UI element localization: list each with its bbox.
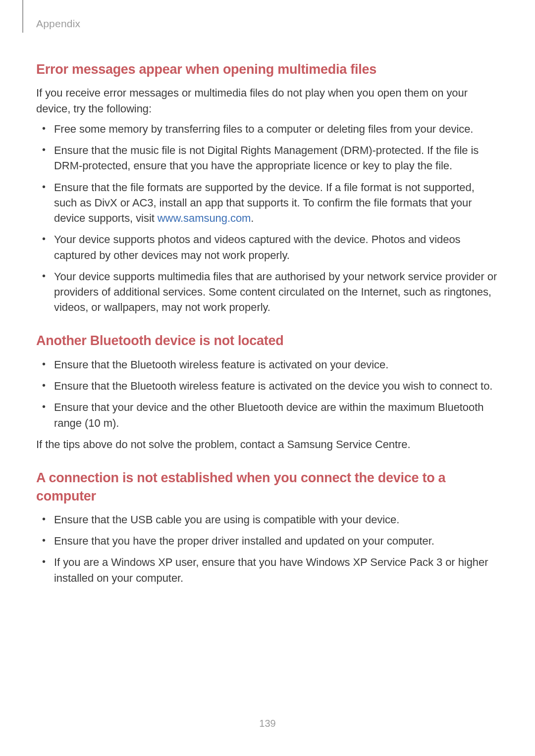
list-item: Your device supports photos and videos c…: [54, 232, 499, 262]
page-header: Appendix: [36, 15, 499, 40]
list-item: Ensure that the Bluetooth wireless featu…: [54, 378, 499, 394]
header-section-label: Appendix: [36, 18, 80, 30]
bullet-list: Free some memory by transferring files t…: [36, 121, 499, 315]
samsung-link[interactable]: www.samsung.com: [158, 212, 251, 224]
section-bluetooth: Another Bluetooth device is not located …: [36, 332, 499, 452]
list-item: Ensure that the Bluetooth wireless featu…: [54, 357, 499, 372]
bullet-list: Ensure that the USB cable you are using …: [36, 512, 499, 586]
list-item: Ensure that the file formats are support…: [54, 180, 499, 226]
list-item: Ensure that the USB cable you are using …: [54, 512, 499, 527]
section-error-messages: Error messages appear when opening multi…: [36, 60, 499, 315]
page-number: 139: [0, 718, 535, 729]
list-item: Ensure that you have the proper driver i…: [54, 533, 499, 549]
section-intro: If you receive error messages or multime…: [36, 85, 499, 116]
list-item: Your device supports multimedia files th…: [54, 269, 499, 315]
bullet-list: Ensure that the Bluetooth wireless featu…: [36, 357, 499, 431]
list-item: If you are a Windows XP user, ensure tha…: [54, 554, 499, 585]
section-heading: A connection is not established when you…: [36, 469, 499, 505]
list-item: Ensure that the music file is not Digita…: [54, 143, 499, 173]
list-item-text-post: .: [251, 212, 254, 224]
list-item: Ensure that your device and the other Bl…: [54, 400, 499, 430]
section-outro: If the tips above do not solve the probl…: [36, 437, 499, 452]
section-heading: Another Bluetooth device is not located: [36, 332, 499, 350]
list-item-text-pre: Ensure that the file formats are support…: [54, 181, 475, 224]
list-item: Free some memory by transferring files t…: [54, 121, 499, 137]
section-heading: Error messages appear when opening multi…: [36, 60, 499, 78]
section-usb-connection: A connection is not established when you…: [36, 469, 499, 586]
header-left-rule: [22, 0, 23, 33]
document-page: Appendix Error messages appear when open…: [0, 0, 535, 756]
